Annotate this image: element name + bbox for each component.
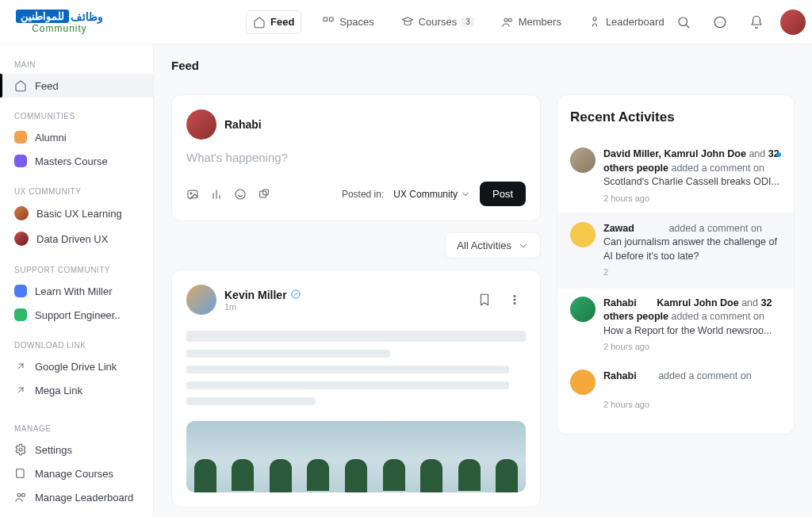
nav-members[interactable]: Members <box>495 11 568 33</box>
activity-connector: and <box>746 148 768 159</box>
activity-avatar <box>570 222 596 247</box>
image-icon[interactable] <box>186 188 199 201</box>
posted-in-label: Posted in: <box>342 189 384 200</box>
sidebar-item-manage-leaderboard[interactable]: Manage Leaderboard <box>0 485 153 509</box>
svg-rect-0 <box>324 17 327 21</box>
chat-icon[interactable] <box>707 10 733 35</box>
activity-item[interactable]: Rahabi Kamrul John Doe and 32 others peo… <box>570 289 781 362</box>
post-author-avatar[interactable] <box>186 285 216 315</box>
nav-feed[interactable]: Feed <box>246 10 301 34</box>
composer-input[interactable]: What's happening? <box>186 151 526 164</box>
sidebar-item-gdrive[interactable]: Google Drive Link <box>0 354 153 378</box>
sidebar-item-feed[interactable]: Feed <box>0 74 153 98</box>
users-icon <box>14 491 27 504</box>
nav-spaces-label: Spaces <box>339 16 373 28</box>
sidebar-section-download: DOWNLOAD LINK <box>0 336 153 354</box>
community-dot-icon <box>14 131 27 144</box>
activity-filter[interactable]: All Activities <box>445 232 541 258</box>
skeleton-line <box>186 381 509 389</box>
chevron-down-icon <box>461 190 470 199</box>
svg-point-16 <box>514 296 515 297</box>
top-nav: Feed Spaces Courses 3 Members Leaderboar… <box>246 10 671 34</box>
sidebar-section-manage: MANAGE <box>0 419 153 438</box>
sidebar-item-basic-ux[interactable]: Basic UX Learning <box>0 201 153 226</box>
svg-point-4 <box>593 17 596 21</box>
home-icon <box>14 79 27 92</box>
sidebar-item-label: Learn With Miller <box>35 285 113 297</box>
poll-icon[interactable] <box>210 188 223 201</box>
logo-arabic-text: وظائف <box>71 10 103 23</box>
activity-action: added a comment on <box>668 163 764 174</box>
post-author-name: Kevin Miller <box>224 289 287 301</box>
activity-item[interactable]: David Miller, Kamrul John Doe and 32 oth… <box>570 140 781 213</box>
sidebar-item-support-eng[interactable]: Support Engineer.. <box>0 303 153 327</box>
activity-item[interactable]: Zawad added a comment on Can journalism … <box>557 213 794 289</box>
post-button[interactable]: Post <box>480 182 526 206</box>
emoji-icon[interactable] <box>234 188 247 201</box>
activity-names: Rahabi <box>603 370 637 381</box>
search-icon[interactable] <box>671 10 696 35</box>
attach-icon[interactable] <box>258 188 270 201</box>
nav-leaderboard-label: Leaderboard <box>606 16 665 28</box>
grid-icon <box>322 16 335 29</box>
nav-spaces[interactable]: Spaces <box>316 11 380 33</box>
arrow-up-right-icon <box>14 384 27 396</box>
svg-point-17 <box>514 299 515 301</box>
sidebar-item-settings[interactable]: Settings <box>0 438 153 461</box>
posted-in-select[interactable]: UX Community <box>393 189 470 200</box>
logo[interactable]: للمواطنين وظائف Community <box>16 10 103 34</box>
sidebar-item-label: Feed <box>35 80 59 92</box>
post-image[interactable] <box>186 421 526 492</box>
chevron-down-icon <box>518 240 529 251</box>
composer-name: Rahabi <box>224 118 262 131</box>
sidebar-item-label: Masters Course <box>35 155 108 167</box>
svg-point-12 <box>236 190 245 199</box>
sidebar-item-label: Manage Leaderboard <box>35 492 133 504</box>
activities-card: Recent Activites David Miller, Kamrul Jo… <box>557 94 795 435</box>
bell-icon[interactable] <box>744 10 769 35</box>
activity-avatar <box>570 147 596 173</box>
svg-point-9 <box>21 493 25 496</box>
activities-title: Recent Activites <box>570 109 781 125</box>
activity-target: Scotland's Charlie Cassell breaks ODI... <box>603 176 779 187</box>
nav-leaderboard[interactable]: Leaderboard <box>582 11 671 33</box>
main-content: Feed Rahabi What's happening? <box>154 44 812 517</box>
sidebar-item-label: Basic UX Learning <box>36 208 122 220</box>
page-title: Feed <box>171 59 795 72</box>
bookmark-icon[interactable] <box>473 289 496 311</box>
user-avatar[interactable] <box>780 10 806 35</box>
nav-courses-badge: 3 <box>462 17 474 27</box>
skeleton-line <box>186 366 509 373</box>
post-card: Kevin Miller 1m <box>171 270 541 507</box>
sidebar-item-label: Settings <box>35 444 72 456</box>
composer-avatar[interactable] <box>186 109 216 140</box>
activity-names: David Miller, Kamrul John Doe <box>603 148 746 159</box>
community-dot-icon <box>14 155 27 167</box>
trophy-icon <box>588 16 601 29</box>
skeleton-line <box>186 350 390 358</box>
nav-courses[interactable]: Courses 3 <box>395 11 481 33</box>
sidebar-item-alumni[interactable]: Alumni <box>0 125 153 149</box>
post-author[interactable]: Kevin Miller <box>224 289 301 302</box>
svg-point-11 <box>190 192 192 193</box>
sidebar-item-masters[interactable]: Masters Course <box>0 149 153 173</box>
svg-point-2 <box>504 18 508 21</box>
composer-card: Rahabi What's happening? Posted in: <box>171 94 541 221</box>
sidebar-item-mega[interactable]: Mega Link <box>0 378 153 402</box>
svg-point-18 <box>514 303 515 304</box>
top-header: للمواطنين وظائف Community Feed Spaces Co… <box>0 0 812 44</box>
logo-arabic-box: للمواطنين <box>16 10 69 23</box>
activity-item[interactable]: Rahabi added a comment on 2 hours ago <box>570 362 781 419</box>
post-time: 1m <box>224 302 301 312</box>
sidebar-item-manage-courses[interactable]: Manage Courses <box>0 461 153 485</box>
community-dot-icon <box>14 285 27 297</box>
activity-names: Zawad <box>603 223 634 234</box>
activity-avatar <box>570 297 596 322</box>
verified-badge-icon <box>290 289 301 302</box>
sidebar-item-learn-miller[interactable]: Learn With Miller <box>0 279 153 303</box>
sidebar-item-data-ux[interactable]: Data Driven UX <box>0 226 153 251</box>
svg-rect-14 <box>263 190 269 195</box>
more-icon[interactable] <box>504 289 526 311</box>
community-avatar-icon <box>14 232 29 246</box>
activity-time: 2 hours ago <box>603 399 781 411</box>
